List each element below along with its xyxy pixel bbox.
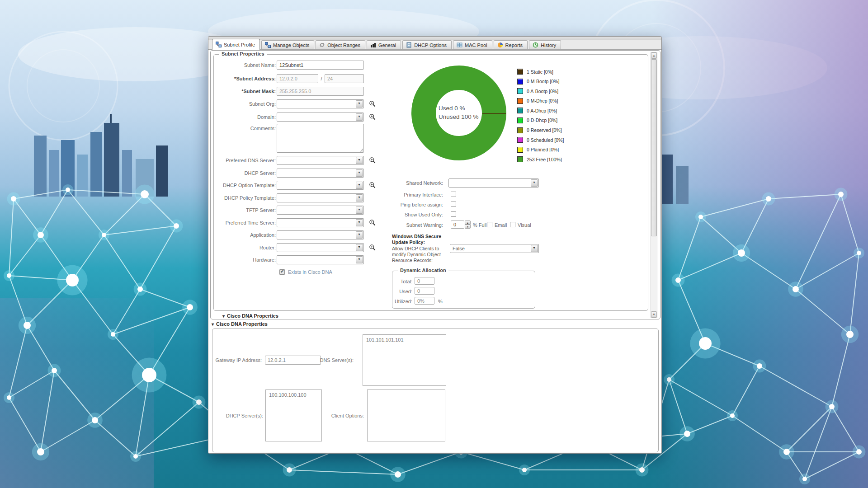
dhcp-policy-template-dropdown[interactable] xyxy=(277,193,364,202)
chevron-down-icon[interactable] xyxy=(531,245,538,252)
chevron-down-icon[interactable] xyxy=(356,256,363,263)
exists-in-cisco-dna-checkbox[interactable] xyxy=(279,269,285,275)
ping-before-assign-checkbox[interactable] xyxy=(451,202,456,207)
subnet-warning-input[interactable] xyxy=(451,221,464,229)
cisco-dna-properties-box: Gateway IP Address: DNS Server(s): 101.1… xyxy=(212,328,659,452)
utilized-input[interactable] xyxy=(415,297,434,305)
legend-swatch xyxy=(517,127,523,133)
tab-mac-pool[interactable]: MAC Pool xyxy=(453,40,492,49)
subnet-mask-input[interactable] xyxy=(277,87,364,96)
legend-item: 0 Planned [0%] xyxy=(517,147,564,153)
router-label: Router: xyxy=(211,245,276,250)
primary-interface-checkbox[interactable] xyxy=(451,192,456,197)
legend-label: 0 M-Dhcp [0%] xyxy=(527,98,558,103)
legend-item: 0 A-Dhcp [0%] xyxy=(517,108,564,113)
chevron-down-icon[interactable] xyxy=(531,179,538,187)
tftp-server-dropdown[interactable] xyxy=(277,206,364,215)
used-input[interactable] xyxy=(415,287,434,295)
visual-checkbox[interactable] xyxy=(510,222,515,227)
subnet-org-dropdown[interactable] xyxy=(277,99,364,108)
legend-item: 253 Free [100%] xyxy=(517,156,564,162)
tab-general[interactable]: General xyxy=(367,40,401,49)
preferred-time-dropdown[interactable] xyxy=(277,218,364,227)
purple-gradient-overlay xyxy=(651,0,868,488)
legend-label: 253 Free [100%] xyxy=(527,157,562,162)
legend-label: 0 D-Dhcp [0%] xyxy=(527,117,557,123)
domain-dropdown[interactable] xyxy=(277,113,364,122)
magnifier-icon[interactable] xyxy=(369,244,376,251)
chevron-down-icon[interactable] xyxy=(356,231,363,239)
domain-label: Domain: xyxy=(211,114,276,120)
total-input[interactable] xyxy=(415,277,434,285)
gateway-ip-label: Gateway IP Address: xyxy=(212,357,262,363)
preferred-dns-dropdown[interactable] xyxy=(277,156,364,165)
magnifier-icon[interactable] xyxy=(369,100,376,108)
tab-label: MAC Pool xyxy=(465,42,487,48)
dhcp-option-template-dropdown[interactable] xyxy=(277,181,364,190)
show-used-only-checkbox[interactable] xyxy=(451,211,456,217)
scrollbar-thumb[interactable] xyxy=(651,59,657,236)
comments-label: Comments: xyxy=(211,126,276,131)
scroll-up-icon[interactable]: ▲ xyxy=(651,52,657,59)
history-icon xyxy=(533,42,538,48)
subnet-org-label: Subnet Org: xyxy=(211,101,276,107)
subnet-name-input[interactable] xyxy=(277,61,364,70)
tab-label: History xyxy=(541,42,556,48)
chart-legend: 1 Static [0%]0 M-Bootp [0%]0 A-Bootp [0%… xyxy=(517,69,564,166)
visual-label: Visual xyxy=(518,222,531,228)
tab-object-ranges[interactable]: Object Ranges xyxy=(316,40,365,49)
legend-swatch xyxy=(517,147,523,153)
windows-dns-policy-dropdown[interactable]: False xyxy=(450,244,539,253)
comments-textarea[interactable] xyxy=(277,124,364,153)
subnet-warning-stepper[interactable]: ▲▼ xyxy=(465,221,471,229)
dhcp-option-template-label: DHCP Option Template: xyxy=(211,183,276,188)
legend-item: 0 Reserved [0%] xyxy=(517,127,564,133)
donut-ring xyxy=(424,78,494,148)
tab-label: DHCP Options xyxy=(414,42,447,48)
dhcp-server-dropdown[interactable] xyxy=(277,169,364,178)
tab-history[interactable]: History xyxy=(529,40,561,49)
chevron-down-icon[interactable] xyxy=(356,113,363,121)
legend-item: 0 M-Bootp [0%] xyxy=(517,79,564,84)
dns-servers-listbox[interactable]: 101.101.101.101 xyxy=(363,334,446,386)
dns-servers-label: DNS Server(s): xyxy=(299,357,354,363)
chevron-down-icon[interactable] xyxy=(356,157,363,164)
tab-subnet-profile[interactable]: Subnet Profile xyxy=(212,39,260,50)
cisco-dna-collapse-header[interactable]: Cisco DNA Properties xyxy=(212,321,268,327)
list-item[interactable]: 101.101.101.101 xyxy=(366,337,443,343)
tab-manage-objects[interactable]: Manage Objects xyxy=(261,40,314,49)
chevron-down-icon[interactable] xyxy=(356,100,363,108)
magnifier-icon[interactable] xyxy=(369,157,376,164)
shared-network-dropdown[interactable] xyxy=(448,178,539,188)
application-dropdown[interactable] xyxy=(277,230,364,239)
legend-swatch xyxy=(517,79,523,84)
client-options-listbox[interactable] xyxy=(367,389,445,441)
dropdown-value: False xyxy=(453,246,465,251)
hardware-dropdown[interactable] xyxy=(277,255,364,264)
legend-item: 0 Scheduled [0%] xyxy=(517,137,564,143)
cisco-dna-collapse-inner[interactable]: Cisco DNA Properties xyxy=(222,313,278,319)
subnet-address-input[interactable] xyxy=(277,74,318,83)
stepper-down-icon[interactable]: ▼ xyxy=(465,225,471,229)
dhcp-servers-listbox[interactable]: 100.100.100.100 xyxy=(265,389,322,441)
reports-icon xyxy=(497,42,503,48)
chevron-down-icon[interactable] xyxy=(356,244,363,251)
subnet-prefix-input[interactable] xyxy=(325,74,364,83)
primary-interface-label: Primary Interface: xyxy=(360,192,443,197)
groupbox-title: Dynamic Allocation xyxy=(398,267,448,273)
general-icon xyxy=(370,42,376,48)
purple-gradient-overlay-left xyxy=(0,298,154,488)
vertical-scrollbar[interactable]: ▲ ▼ xyxy=(651,52,657,318)
email-checkbox[interactable] xyxy=(487,222,492,227)
router-dropdown[interactable] xyxy=(277,243,364,252)
chevron-down-icon[interactable] xyxy=(356,169,363,177)
tab-reports[interactable]: Reports xyxy=(494,40,528,49)
list-item[interactable]: 100.100.100.100 xyxy=(269,392,318,398)
stepper-up-icon[interactable]: ▲ xyxy=(465,221,471,225)
legend-swatch xyxy=(517,117,523,123)
email-label: Email xyxy=(495,222,507,228)
tab-dhcp-options[interactable]: DHCP Options xyxy=(402,40,452,49)
magnifier-icon[interactable] xyxy=(369,113,376,121)
scroll-down-icon[interactable]: ▼ xyxy=(651,311,657,318)
legend-swatch xyxy=(517,69,523,75)
